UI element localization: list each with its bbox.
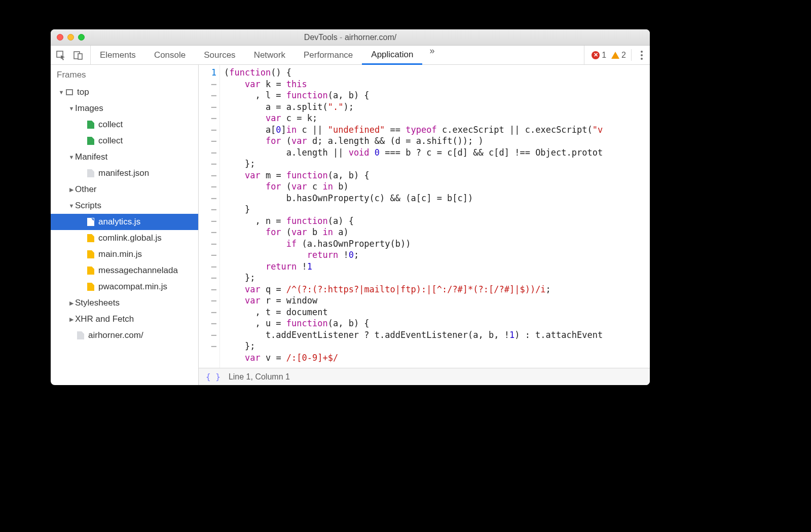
file-collect-1[interactable]: collect (51, 117, 198, 133)
file-collect-2[interactable]: collect (51, 133, 198, 149)
image-file-icon (87, 137, 94, 145)
tab-elements[interactable]: Elements (91, 46, 145, 64)
group-other[interactable]: ▶Other (51, 181, 198, 198)
group-manifest[interactable]: ▼Manifest (51, 149, 198, 165)
frame-icon (66, 89, 73, 95)
tab-console[interactable]: Console (145, 46, 195, 64)
group-stylesheets[interactable]: ▶Stylesheets (51, 295, 198, 311)
file-analytics[interactable]: analytics.js (51, 214, 198, 230)
file-main[interactable]: main.min.js (51, 246, 198, 262)
file-manifest[interactable]: manifest.json (51, 165, 198, 181)
source-editor: 1 ––– ––– ––– ––– ––– ––– ––– ––– (funct… (199, 65, 650, 385)
cursor-position: Line 1, Column 1 (229, 372, 290, 382)
svg-rect-2 (78, 54, 82, 59)
file-icon (87, 169, 94, 177)
tab-performance[interactable]: Performance (294, 46, 362, 64)
titlebar: DevTools - airhorner.com/ (51, 29, 650, 46)
line-gutter[interactable]: 1 ––– ––– ––– ––– ––– ––– ––– ––– (199, 65, 220, 368)
file-pwacompat[interactable]: pwacompat.min.js (51, 279, 198, 295)
traffic-lights (51, 34, 85, 41)
frames-sidebar: Frames ▼ top ▼Images collect collect (51, 65, 199, 385)
file-comlink[interactable]: comlink.global.js (51, 230, 198, 246)
script-file-icon (87, 234, 94, 242)
minimize-icon[interactable] (67, 34, 74, 41)
panel-tabs: Elements Console Sources Network Perform… (91, 46, 442, 64)
device-toolbar-icon[interactable] (73, 50, 83, 60)
group-images[interactable]: ▼Images (51, 100, 198, 117)
frame-top[interactable]: ▼ top (51, 84, 198, 100)
devtools-toolbar: Elements Console Sources Network Perform… (51, 46, 650, 65)
editor-statusbar: { } Line 1, Column 1 (199, 368, 650, 385)
devtools-window: DevTools - airhorner.com/ Elements Conso… (51, 29, 650, 385)
sidebar-heading: Frames (51, 65, 198, 84)
tab-application[interactable]: Application (362, 46, 422, 65)
line-number: 1 (199, 67, 216, 79)
window-title: DevTools - airhorner.com/ (51, 33, 650, 42)
source-code[interactable]: (function() { var k = this , l = functio… (220, 65, 650, 368)
file-messagechannel[interactable]: messagechannelada (51, 262, 198, 279)
script-file-icon (87, 218, 94, 226)
close-icon[interactable] (57, 34, 63, 41)
script-file-icon (87, 283, 94, 291)
errors-count: 1 (602, 51, 606, 60)
warnings-count: 2 (621, 51, 626, 60)
group-xhr[interactable]: ▶XHR and Fetch (51, 311, 198, 327)
tab-network[interactable]: Network (245, 46, 294, 64)
image-file-icon (87, 121, 94, 129)
more-tabs-icon[interactable]: » (422, 46, 441, 64)
script-file-icon (87, 250, 94, 258)
error-icon: ✕ (592, 51, 600, 59)
script-file-icon (87, 267, 94, 275)
zoom-icon[interactable] (78, 34, 85, 41)
pretty-print-icon[interactable]: { } (206, 372, 220, 382)
file-root[interactable]: airhorner.com/ (51, 327, 198, 344)
errors-badge[interactable]: ✕ 1 (592, 51, 606, 60)
inspect-element-icon[interactable] (56, 50, 66, 60)
settings-menu-icon[interactable] (637, 51, 645, 60)
warning-icon (611, 52, 619, 59)
warnings-badge[interactable]: 2 (611, 51, 626, 60)
tab-sources[interactable]: Sources (195, 46, 244, 64)
group-scripts[interactable]: ▼Scripts (51, 198, 198, 214)
file-icon (77, 331, 84, 339)
